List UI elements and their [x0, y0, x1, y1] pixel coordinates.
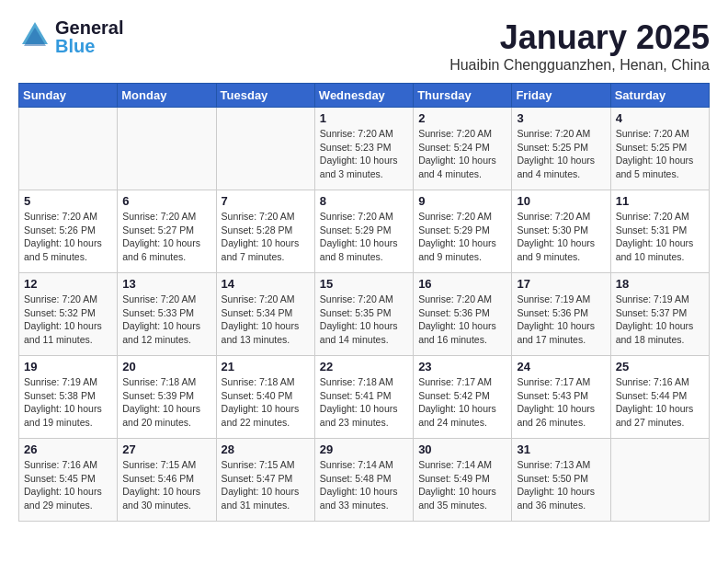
calendar-week-row: 19Sunrise: 7:19 AMSunset: 5:38 PMDayligh… — [19, 356, 710, 439]
calendar-title: January 2025 — [449, 18, 710, 57]
day-number: 8 — [320, 194, 408, 208]
day-info: Sunrise: 7:20 AMSunset: 5:36 PMDaylight:… — [418, 293, 506, 347]
day-number: 19 — [24, 360, 112, 373]
calendar-cell: 11Sunrise: 7:20 AMSunset: 5:31 PMDayligh… — [610, 190, 709, 273]
day-info: Sunrise: 7:20 AMSunset: 5:26 PMDaylight:… — [24, 210, 112, 264]
logo-icon — [18, 18, 51, 55]
calendar-cell: 17Sunrise: 7:19 AMSunset: 5:36 PMDayligh… — [512, 273, 610, 356]
logo: General Blue — [18, 18, 123, 55]
day-number: 18 — [616, 277, 704, 291]
calendar-header-row: SundayMondayTuesdayWednesdayThursdayFrid… — [19, 84, 710, 108]
day-number: 11 — [616, 194, 704, 208]
day-info: Sunrise: 7:20 AMSunset: 5:23 PMDaylight:… — [320, 127, 408, 181]
logo-blue: Blue — [55, 37, 123, 55]
day-info: Sunrise: 7:15 AMSunset: 5:46 PMDaylight:… — [122, 458, 210, 512]
calendar-cell: 20Sunrise: 7:18 AMSunset: 5:39 PMDayligh… — [118, 356, 216, 439]
calendar-cell — [19, 108, 118, 190]
day-number: 16 — [418, 277, 506, 291]
day-number: 4 — [616, 111, 704, 125]
calendar-cell: 27Sunrise: 7:15 AMSunset: 5:46 PMDayligh… — [118, 439, 216, 522]
calendar-week-row: 1Sunrise: 7:20 AMSunset: 5:23 PMDaylight… — [19, 108, 710, 190]
day-number: 14 — [222, 277, 310, 291]
col-header-friday: Friday — [512, 84, 610, 108]
calendar-subtitle: Huaibin Chengguanzhen, Henan, China — [449, 57, 710, 74]
day-info: Sunrise: 7:17 AMSunset: 5:43 PMDaylight:… — [517, 375, 605, 430]
day-number: 10 — [517, 194, 605, 208]
day-number: 30 — [418, 442, 506, 456]
calendar-cell: 26Sunrise: 7:16 AMSunset: 5:45 PMDayligh… — [19, 439, 118, 522]
calendar-cell: 4Sunrise: 7:20 AMSunset: 5:25 PMDaylight… — [610, 108, 709, 190]
calendar-cell: 25Sunrise: 7:16 AMSunset: 5:44 PMDayligh… — [610, 356, 709, 439]
calendar-cell: 21Sunrise: 7:18 AMSunset: 5:40 PMDayligh… — [216, 356, 314, 439]
logo-general: General — [55, 18, 123, 37]
day-number: 29 — [320, 442, 408, 456]
calendar-cell — [118, 108, 216, 190]
calendar-cell: 12Sunrise: 7:20 AMSunset: 5:32 PMDayligh… — [19, 273, 118, 356]
calendar-cell: 5Sunrise: 7:20 AMSunset: 5:26 PMDaylight… — [19, 190, 118, 273]
day-info: Sunrise: 7:18 AMSunset: 5:39 PMDaylight:… — [122, 375, 210, 430]
day-number: 2 — [418, 111, 506, 125]
day-info: Sunrise: 7:20 AMSunset: 5:34 PMDaylight:… — [222, 293, 310, 347]
day-info: Sunrise: 7:14 AMSunset: 5:48 PMDaylight:… — [320, 458, 408, 512]
calendar-cell: 9Sunrise: 7:20 AMSunset: 5:29 PMDaylight… — [414, 190, 512, 273]
calendar-cell: 23Sunrise: 7:17 AMSunset: 5:42 PMDayligh… — [414, 356, 512, 439]
calendar-cell: 29Sunrise: 7:14 AMSunset: 5:48 PMDayligh… — [314, 439, 413, 522]
col-header-tuesday: Tuesday — [216, 84, 314, 108]
day-number: 27 — [122, 442, 210, 456]
day-info: Sunrise: 7:20 AMSunset: 5:29 PMDaylight:… — [320, 210, 408, 264]
day-info: Sunrise: 7:15 AMSunset: 5:47 PMDaylight:… — [222, 458, 310, 512]
day-info: Sunrise: 7:20 AMSunset: 5:32 PMDaylight:… — [24, 293, 112, 347]
day-info: Sunrise: 7:20 AMSunset: 5:24 PMDaylight:… — [418, 127, 506, 181]
day-info: Sunrise: 7:14 AMSunset: 5:49 PMDaylight:… — [418, 458, 506, 512]
day-info: Sunrise: 7:19 AMSunset: 5:36 PMDaylight:… — [517, 293, 605, 347]
calendar-cell: 1Sunrise: 7:20 AMSunset: 5:23 PMDaylight… — [314, 108, 413, 190]
day-info: Sunrise: 7:20 AMSunset: 5:30 PMDaylight:… — [517, 210, 605, 264]
calendar-cell: 7Sunrise: 7:20 AMSunset: 5:28 PMDaylight… — [216, 190, 314, 273]
logo-text: General Blue — [55, 18, 123, 55]
calendar-cell: 19Sunrise: 7:19 AMSunset: 5:38 PMDayligh… — [19, 356, 118, 439]
title-block: January 2025 Huaibin Chengguanzhen, Hena… — [449, 18, 710, 74]
day-number: 20 — [122, 360, 210, 373]
day-number: 5 — [24, 194, 112, 208]
day-info: Sunrise: 7:18 AMSunset: 5:41 PMDaylight:… — [320, 375, 408, 430]
calendar-week-row: 26Sunrise: 7:16 AMSunset: 5:45 PMDayligh… — [19, 439, 710, 522]
col-header-monday: Monday — [118, 84, 216, 108]
calendar-cell: 30Sunrise: 7:14 AMSunset: 5:49 PMDayligh… — [414, 439, 512, 522]
day-number: 21 — [222, 360, 310, 373]
day-number: 15 — [320, 277, 408, 291]
day-number: 6 — [122, 194, 210, 208]
day-info: Sunrise: 7:19 AMSunset: 5:37 PMDaylight:… — [616, 293, 704, 347]
day-info: Sunrise: 7:20 AMSunset: 5:25 PMDaylight:… — [616, 127, 704, 181]
day-number: 26 — [24, 442, 112, 456]
day-number: 17 — [517, 277, 605, 291]
page-header: General Blue January 2025 Huaibin Chengg… — [18, 18, 710, 74]
day-number: 1 — [320, 111, 408, 125]
calendar-cell: 8Sunrise: 7:20 AMSunset: 5:29 PMDaylight… — [314, 190, 413, 273]
calendar-week-row: 12Sunrise: 7:20 AMSunset: 5:32 PMDayligh… — [19, 273, 710, 356]
day-info: Sunrise: 7:19 AMSunset: 5:38 PMDaylight:… — [24, 375, 112, 430]
day-info: Sunrise: 7:16 AMSunset: 5:45 PMDaylight:… — [24, 458, 112, 512]
day-number: 28 — [222, 442, 310, 456]
calendar-cell — [610, 439, 709, 522]
calendar-cell: 28Sunrise: 7:15 AMSunset: 5:47 PMDayligh… — [216, 439, 314, 522]
day-info: Sunrise: 7:20 AMSunset: 5:25 PMDaylight:… — [517, 127, 605, 181]
day-info: Sunrise: 7:20 AMSunset: 5:29 PMDaylight:… — [418, 210, 506, 264]
day-number: 9 — [418, 194, 506, 208]
day-number: 3 — [517, 111, 605, 125]
calendar-cell: 24Sunrise: 7:17 AMSunset: 5:43 PMDayligh… — [512, 356, 610, 439]
calendar-cell: 18Sunrise: 7:19 AMSunset: 5:37 PMDayligh… — [610, 273, 709, 356]
day-info: Sunrise: 7:18 AMSunset: 5:40 PMDaylight:… — [222, 375, 310, 430]
day-info: Sunrise: 7:20 AMSunset: 5:35 PMDaylight:… — [320, 293, 408, 347]
day-number: 25 — [616, 360, 704, 373]
calendar-cell: 22Sunrise: 7:18 AMSunset: 5:41 PMDayligh… — [314, 356, 413, 439]
col-header-thursday: Thursday — [414, 84, 512, 108]
day-number: 22 — [320, 360, 408, 373]
day-number: 24 — [517, 360, 605, 373]
col-header-saturday: Saturday — [610, 84, 709, 108]
calendar-cell: 6Sunrise: 7:20 AMSunset: 5:27 PMDaylight… — [118, 190, 216, 273]
day-info: Sunrise: 7:20 AMSunset: 5:27 PMDaylight:… — [122, 210, 210, 264]
calendar-table: SundayMondayTuesdayWednesdayThursdayFrid… — [18, 83, 710, 522]
calendar-cell: 16Sunrise: 7:20 AMSunset: 5:36 PMDayligh… — [414, 273, 512, 356]
day-number: 31 — [517, 442, 605, 456]
calendar-week-row: 5Sunrise: 7:20 AMSunset: 5:26 PMDaylight… — [19, 190, 710, 273]
